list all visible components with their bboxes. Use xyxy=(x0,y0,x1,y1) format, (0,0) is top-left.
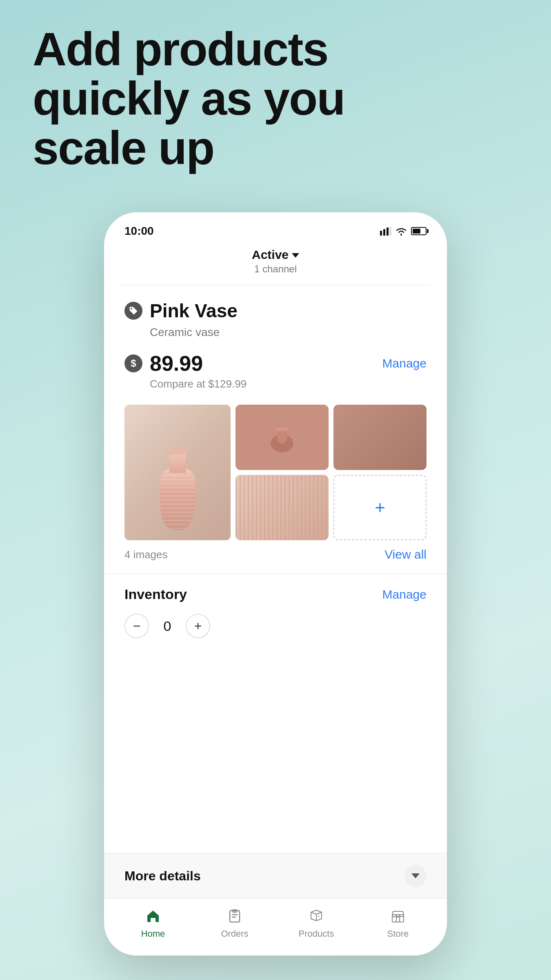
tag-icon xyxy=(124,302,142,320)
vase-neck xyxy=(169,452,186,473)
view-all-link[interactable]: View all xyxy=(384,548,427,561)
price-value: 89.99 xyxy=(150,351,203,376)
status-bar: 10:00 xyxy=(104,212,447,242)
inventory-header: Inventory Manage xyxy=(124,586,427,602)
phone-screen: 10:00 Active xyxy=(104,212,447,956)
products-icon xyxy=(307,907,325,925)
product-thumbnail-2[interactable] xyxy=(333,405,427,470)
product-thumbnail-1[interactable] xyxy=(236,405,329,470)
more-details-toggle-button[interactable] xyxy=(404,865,427,887)
orders-icon xyxy=(226,907,244,925)
nav-item-home[interactable]: Home xyxy=(133,907,173,939)
nav-label-store: Store xyxy=(387,929,409,939)
product-name-row: Pink Vase xyxy=(124,300,427,322)
quantity-increase-button[interactable]: + xyxy=(186,614,210,638)
phone-frame: 10:00 Active xyxy=(104,212,447,956)
nav-label-home: Home xyxy=(141,929,165,939)
add-image-button[interactable]: + xyxy=(333,475,427,540)
inventory-controls: − 0 + xyxy=(124,614,427,638)
inventory-section: Inventory Manage − 0 + xyxy=(104,586,447,650)
thumb-vase-1 xyxy=(266,421,298,454)
main-product-image[interactable] xyxy=(124,405,231,540)
nav-label-products: Products xyxy=(299,929,334,939)
plus-icon: + xyxy=(375,499,385,517)
signal-icon xyxy=(380,227,391,236)
vase-body xyxy=(160,467,195,530)
svg-rect-12 xyxy=(396,917,400,922)
image-grid: + xyxy=(124,405,427,540)
images-count: 4 images xyxy=(124,548,168,561)
nav-label-orders: Orders xyxy=(221,929,248,939)
tag-symbol xyxy=(128,305,139,316)
svg-point-10 xyxy=(318,915,320,917)
svg-rect-2 xyxy=(387,227,389,236)
bottom-navigation: Home Orders xyxy=(104,898,447,956)
product-description: Ceramic vase xyxy=(150,326,427,339)
svg-rect-6 xyxy=(277,429,287,443)
quantity-decrease-button[interactable]: − xyxy=(124,614,149,638)
hero-title: Add products quickly as you scale up xyxy=(33,24,518,172)
vase-rim xyxy=(167,450,188,454)
product-thumbnail-3[interactable] xyxy=(236,475,329,540)
svg-point-7 xyxy=(276,427,289,431)
nav-item-store[interactable]: Store xyxy=(378,907,418,939)
nav-item-products[interactable]: Products xyxy=(296,907,337,939)
dollar-icon: $ xyxy=(124,354,142,372)
compare-price: Compare at $129.99 xyxy=(150,378,427,390)
product-name: Pink Vase xyxy=(150,300,238,322)
more-details-label: More details xyxy=(124,869,201,884)
channel-count: 1 channel xyxy=(254,263,297,275)
inventory-label: Inventory xyxy=(124,586,187,602)
wifi-icon xyxy=(395,227,408,236)
chevron-down-icon xyxy=(411,873,420,878)
price-left: $ 89.99 xyxy=(124,351,203,376)
svg-point-4 xyxy=(131,308,132,310)
active-status-label: Active xyxy=(252,248,299,262)
home-icon xyxy=(144,907,162,925)
battery-icon xyxy=(411,227,427,235)
price-manage-link[interactable]: Manage xyxy=(382,356,427,370)
chevron-down-icon xyxy=(292,253,299,258)
section-divider xyxy=(104,574,447,574)
status-time: 10:00 xyxy=(124,225,154,238)
nav-item-orders[interactable]: Orders xyxy=(214,907,255,939)
more-details-section[interactable]: More details xyxy=(104,853,447,898)
svg-rect-3 xyxy=(389,227,391,236)
active-channel-header[interactable]: Active 1 channel xyxy=(104,242,447,285)
svg-rect-1 xyxy=(383,229,385,236)
status-icons xyxy=(380,227,427,236)
hero-section: Add products quickly as you scale up xyxy=(33,24,518,172)
images-footer: 4 images View all xyxy=(124,548,427,561)
inventory-manage-link[interactable]: Manage xyxy=(382,588,427,601)
quantity-value: 0 xyxy=(161,618,173,634)
svg-rect-0 xyxy=(380,231,382,236)
store-icon xyxy=(389,907,407,925)
price-row: $ 89.99 Manage xyxy=(124,351,427,376)
product-section: Pink Vase Ceramic vase $ 89.99 Manage Co… xyxy=(104,285,447,561)
svg-rect-11 xyxy=(392,915,404,922)
